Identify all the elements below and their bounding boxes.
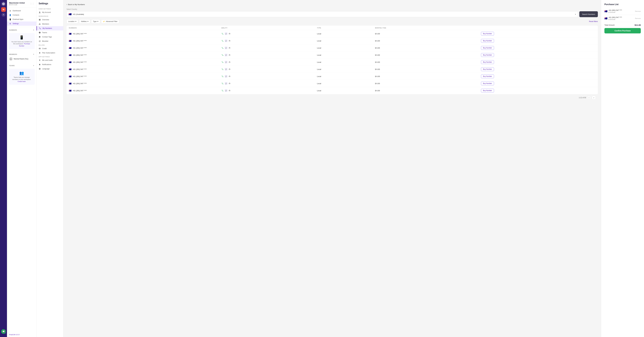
chat-icon[interactable]: 💬 [1, 329, 6, 334]
buy-number-button[interactable]: Buy Number [481, 32, 494, 36]
sidebar-item-label: Dashboard [12, 10, 21, 12]
number-cell: 🇦🇺 +61 (281) 547 **** [67, 59, 219, 66]
settings-item-notifications[interactable]: Notifications [36, 62, 63, 67]
fee-cell: $ 6.00 [373, 44, 479, 52]
svg-rect-1 [40, 19, 40, 20]
type-filter-button[interactable]: Type [91, 19, 100, 24]
fee-cell: $ 6.00 [373, 59, 479, 66]
total-amount-value: $11.00 [634, 24, 641, 26]
main-content: ‹ Back to My Numbers Select Country 🇦🇺 +… [63, 0, 644, 337]
settings-item-mic-audio[interactable]: Mic and Audio [36, 58, 63, 62]
buy-number-button[interactable]: Buy Number [481, 89, 494, 92]
buy-number-button[interactable]: Buy Number [481, 53, 494, 57]
ability-cell: 💬 [219, 44, 315, 52]
search-numbers-button[interactable]: Search Numbers [579, 11, 598, 17]
download-icon: 📱 [9, 18, 11, 20]
number-cell: 🇦🇺 +61 (281) 547 **** [67, 37, 219, 44]
type-cell: Local [315, 87, 373, 94]
settings-item-label: Plan Subscription [42, 52, 55, 54]
number-flag: 🇦🇺 [69, 68, 72, 70]
settings-item-plan-subscription[interactable]: Plan Subscription [36, 51, 63, 55]
notifications-icon [39, 64, 41, 66]
contacts-icon: 👤 [9, 14, 11, 16]
settings-item-overview[interactable]: Overview [36, 18, 63, 22]
fee-cell: $ 6.00 [373, 30, 479, 37]
buy-number-button[interactable]: Buy Number [481, 39, 494, 43]
number-cell: 🇦🇺 +61 (281) 547 **** [67, 73, 219, 80]
settings-item-my-account[interactable]: My Account [36, 10, 63, 14]
add-member-button[interactable]: + [33, 53, 34, 56]
ability-cell: 💬 [219, 30, 315, 37]
teams-icon [39, 32, 41, 34]
buy-number-button[interactable]: Buy Number [481, 74, 494, 78]
action-cell: Buy Number [479, 80, 598, 87]
number-cell: 🇦🇺 +61 (281) 547 **** [67, 52, 219, 59]
credit-icon [39, 48, 41, 50]
advanced-filter-label: Advanced Filter [106, 20, 118, 22]
reset-filters-link[interactable]: Reset filters [589, 20, 598, 22]
settings-item-blocklist[interactable]: Blocklist [36, 39, 63, 43]
ability-cell: 💬 [219, 80, 315, 87]
version-link[interactable]: KrispCall v1.0.3 [9, 334, 20, 336]
language-icon [39, 68, 41, 70]
purchase-item-left: 🇦🇺 +61 (281) 547 **** $ 6/month [604, 16, 622, 20]
number-text: +61 (281) 547 **** [72, 90, 87, 92]
page-prev-button[interactable] [587, 96, 591, 100]
pagination: 1-12 of 50 [66, 94, 598, 101]
number-flag: 🇦🇺 [69, 32, 72, 35]
buy-number-button[interactable]: Buy Number [481, 46, 494, 50]
svg-rect-3 [40, 20, 40, 20]
purchase-price: $ 5/month [608, 12, 622, 13]
buy-number-button[interactable]: Buy Number [481, 60, 494, 64]
buy-number-button[interactable]: Buy Number [481, 82, 494, 85]
settings-item-language[interactable]: Language [36, 67, 63, 71]
fee-cell: $ 6.00 [373, 66, 479, 73]
sidebar-item-dashboard[interactable]: ⊞ Dashboard [7, 8, 36, 13]
settings-item-teams[interactable]: Teams [36, 30, 63, 35]
settings-item-contact-tags[interactable]: Contact Tags [36, 35, 63, 39]
fax-ability-icon [228, 61, 231, 64]
add-team-button[interactable]: + [33, 64, 34, 67]
settings-item-members[interactable]: Members [36, 22, 63, 26]
add-workspace-button[interactable]: + [2, 13, 5, 17]
type-cell: Local [315, 66, 373, 73]
back-to-numbers-link[interactable]: ‹ Back to My Numbers [66, 3, 598, 6]
create-team-link[interactable]: Create team [18, 81, 26, 82]
number-cell: 🇦🇺 +61 (281) 547 **** [67, 87, 219, 94]
abilities-filter-button[interactable]: Abilities [79, 19, 90, 24]
abilities-chevron-icon [88, 20, 88, 22]
settings-item-label: Members [42, 23, 49, 25]
numbers-table: NUMBERS ABILITY TYPE MONTHLY FEE 🇦🇺 +61 … [66, 26, 598, 94]
table-row: 🇦🇺 +61 (281) 547 **** 💬 Local $ 6.00 Buy… [67, 87, 598, 94]
sidebar-item-contacts[interactable]: 👤 Contacts [7, 13, 36, 17]
col-ability: ABILITY [219, 26, 315, 30]
message-ability-icon: 💬 [225, 68, 228, 70]
message-ability-icon: 💬 [225, 75, 228, 78]
table-row: 🇦🇺 +61 (281) 547 **** 💬 Local $ 6.00 Buy… [67, 37, 598, 44]
buy-number-button[interactable]: Buy Number [481, 67, 494, 71]
table-row: 🇦🇺 +61 (281) 547 **** 💬 Local $ 6.00 Buy… [67, 59, 598, 66]
number-text: +61 (281) 547 **** [72, 61, 87, 63]
settings-item-my-numbers[interactable]: My Numbers [36, 26, 63, 30]
sidebar-menu-dots[interactable]: ⋮⋮ [30, 2, 34, 5]
ability-cell: 💬 [219, 37, 315, 44]
country-select-dropdown[interactable]: 🇦🇺 +61 (Australia) [66, 11, 578, 17]
add-number-button[interactable]: + [33, 29, 34, 31]
sidebar-item-settings[interactable]: ⚙ Settings [7, 22, 36, 26]
advanced-filter-button[interactable]: ⚡ Advanced Filter [101, 20, 119, 24]
sidebar-item-download-apps[interactable]: 📱 Dowload Apps [7, 17, 36, 22]
phone-ability-icon [221, 32, 224, 35]
message-ability-icon: 💬 [225, 89, 228, 92]
location-filter-button[interactable]: Location [66, 19, 78, 24]
billing-label: BILLING [36, 43, 63, 46]
confirm-purchase-button[interactable]: Confirm Purchase [604, 28, 641, 34]
left-sidebar: Manchester United $0.00 Credit ⋮⋮ ⊞ Dash… [7, 0, 36, 337]
workspace-avatar[interactable]: M [1, 7, 6, 12]
settings-item-credit[interactable]: Credit [36, 46, 63, 51]
fax-ability-icon [228, 89, 231, 92]
remove-purchase-button[interactable]: Remove [635, 10, 641, 12]
page-next-button[interactable] [592, 96, 596, 100]
remove-purchase-button[interactable]: Remove [635, 18, 641, 19]
number-flag: 🇦🇺 [69, 61, 72, 64]
sidebar-nav: ⊞ Dashboard 👤 Contacts 📱 Dowload Apps ⚙ … [7, 8, 36, 27]
